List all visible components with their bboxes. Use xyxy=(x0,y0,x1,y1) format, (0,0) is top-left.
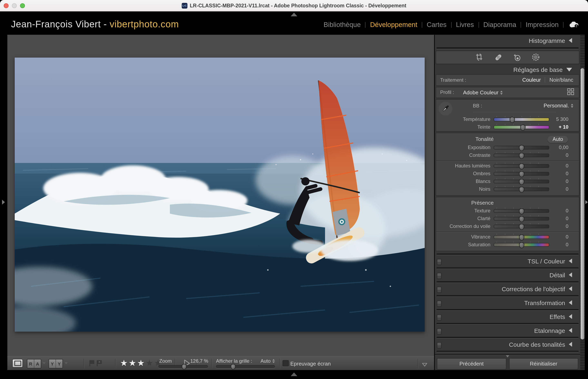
star-icon[interactable]: ★ xyxy=(137,358,145,368)
slider-row-tint: Teinte + 10 xyxy=(436,123,579,131)
highlights-slider[interactable] xyxy=(494,164,549,168)
module-map[interactable]: Cartes xyxy=(427,21,447,29)
slider-thumb[interactable] xyxy=(519,216,524,222)
treatment-bw-option[interactable]: Noir/blanc xyxy=(549,77,573,83)
hide-top-panel-arrow-icon[interactable] xyxy=(291,13,297,16)
star-icon[interactable]: ★ xyxy=(129,358,136,368)
grid-slider-thumb[interactable] xyxy=(231,364,236,370)
panel-header-effects[interactable]: Effets xyxy=(435,312,580,322)
slider-thumb[interactable] xyxy=(510,117,515,123)
tint-slider[interactable] xyxy=(494,125,549,129)
grid-value-dropdown[interactable]: Auto xyxy=(261,358,275,364)
show-filmstrip-arrow-icon[interactable] xyxy=(291,372,297,376)
slider-thumb[interactable] xyxy=(519,242,524,248)
grid-size-slider[interactable] xyxy=(216,365,275,368)
contrast-slider[interactable] xyxy=(494,153,549,157)
panel-toggle-switch[interactable] xyxy=(437,328,441,334)
toolbar-options-chevron-icon[interactable] xyxy=(422,361,428,368)
slider-thumb[interactable] xyxy=(519,187,524,192)
exposure-slider[interactable] xyxy=(494,146,549,149)
panel-toggle-switch[interactable] xyxy=(437,273,441,279)
panel-scrollbar[interactable] xyxy=(580,35,585,370)
slider-thumb[interactable] xyxy=(519,179,524,185)
saturation-slider[interactable] xyxy=(494,243,549,246)
photo-canvas[interactable] xyxy=(7,35,434,356)
temperature-slider[interactable] xyxy=(494,117,549,121)
slider-thumb[interactable] xyxy=(520,124,525,130)
module-library[interactable]: Bibliothèque xyxy=(324,21,361,29)
slider-thumb[interactable] xyxy=(519,153,524,159)
panel-header-histogram[interactable]: Histogramme xyxy=(435,35,580,46)
dehaze-slider[interactable] xyxy=(494,224,549,228)
profile-browser-icon[interactable] xyxy=(567,88,574,97)
module-book[interactable]: Livres xyxy=(456,21,474,29)
slider-row-contrast: Contraste 0 xyxy=(436,151,579,159)
collapse-arrow-icon xyxy=(569,314,572,319)
panel-header-detail[interactable]: Détail xyxy=(435,270,580,280)
zoom-slider-thumb[interactable] xyxy=(182,364,186,370)
module-develop[interactable]: Développement xyxy=(370,21,417,29)
module-slideshow[interactable]: Diaporama xyxy=(483,21,516,29)
zoom-window-button[interactable] xyxy=(20,3,25,8)
panel-header-transform[interactable]: Transformation xyxy=(435,298,580,308)
previous-button[interactable]: Précédent xyxy=(437,358,506,370)
profile-dropdown[interactable]: Adobe Couleur xyxy=(463,89,503,95)
slider-thumb[interactable] xyxy=(519,234,524,240)
panel-toggle-switch[interactable] xyxy=(437,259,441,265)
before-after-lr-button[interactable]: R A xyxy=(27,359,41,368)
panel-header-calibration[interactable]: Etalonnage xyxy=(435,326,580,335)
hide-right-panel-arrow-icon[interactable] xyxy=(585,200,588,204)
minimize-button[interactable] xyxy=(12,3,17,8)
presence-box: Présence Texture 0 Clarté 0 Correction d… xyxy=(436,197,579,251)
close-button[interactable] xyxy=(4,3,9,8)
panel-header-lens-corrections[interactable]: Corrections de l'objectif xyxy=(435,284,580,294)
chevron-down-icon[interactable] xyxy=(43,362,46,364)
panel-toggle-switch[interactable] xyxy=(437,287,441,293)
slider-thumb[interactable] xyxy=(519,171,524,177)
panel-toggle-switch[interactable] xyxy=(437,342,441,348)
panel-toggle-switch[interactable] xyxy=(437,315,441,321)
whites-slider[interactable] xyxy=(494,179,549,183)
star-icon[interactable]: ★ xyxy=(146,358,153,368)
slider-thumb[interactable] xyxy=(519,224,524,230)
reject-flag-icon[interactable]: ✕ xyxy=(96,360,102,366)
red-eye-tool-icon[interactable] xyxy=(513,53,521,62)
star-icon[interactable]: ★ xyxy=(120,358,128,368)
show-left-panel-arrow-icon[interactable] xyxy=(2,200,5,205)
photo-windsurfer[interactable] xyxy=(15,58,425,332)
vibrance-slider[interactable] xyxy=(494,235,549,239)
treatment-color-option[interactable]: Couleur xyxy=(522,77,541,83)
slider-thumb[interactable] xyxy=(519,208,524,214)
zoom-slider[interactable] xyxy=(158,365,208,368)
auto-tone-button[interactable]: Auto xyxy=(548,136,568,143)
panel-toggle-switch[interactable] xyxy=(437,300,441,307)
slider-thumb[interactable] xyxy=(519,163,524,169)
healing-tool-icon[interactable] xyxy=(494,53,502,62)
crop-tool-icon[interactable] xyxy=(475,53,483,62)
soft-proofing-checkbox[interactable] xyxy=(283,360,289,366)
clarity-slider[interactable] xyxy=(494,217,549,220)
blacks-slider[interactable] xyxy=(494,187,549,191)
panel-header-tone-curve[interactable]: Courbe des tonalités xyxy=(435,339,580,349)
chevron-down-icon[interactable] xyxy=(64,362,68,364)
panel-header-basic[interactable]: Réglages de base xyxy=(435,65,580,74)
cloud-sync-alert-icon[interactable]: ! xyxy=(569,21,579,28)
histogram-title: Histogramme xyxy=(529,37,565,44)
wb-eyedropper-icon[interactable] xyxy=(439,101,452,115)
slider-value: 0 xyxy=(549,216,579,221)
loupe-view-button[interactable] xyxy=(12,359,23,368)
pick-flag-icon[interactable] xyxy=(89,360,94,366)
slider-thumb[interactable] xyxy=(519,145,524,151)
texture-slider[interactable] xyxy=(494,209,549,213)
wb-dropdown[interactable]: Personnal. xyxy=(543,103,574,109)
titlebar[interactable]: LrC LR-CLASSIC-MBP-2021-V11.lrcat - Adob… xyxy=(0,0,588,11)
loupe-icon xyxy=(14,361,21,366)
shadows-slider[interactable] xyxy=(494,172,549,175)
masking-tool-icon[interactable] xyxy=(532,53,540,62)
scrollbar-thumb[interactable] xyxy=(581,68,584,339)
before-after-tb-button[interactable]: Y Y xyxy=(49,359,63,368)
module-print[interactable]: Impression xyxy=(526,21,558,29)
panel-header-hsl-color[interactable]: TSL / Couleur xyxy=(435,256,580,266)
reset-button[interactable]: Réinitialiser xyxy=(509,358,578,370)
slider-label: Noirs xyxy=(439,186,490,192)
